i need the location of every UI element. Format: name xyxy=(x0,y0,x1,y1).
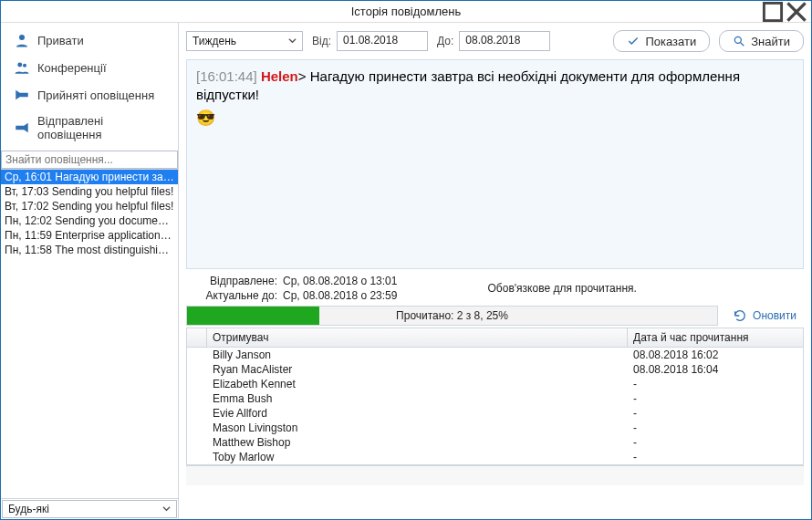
svg-point-1 xyxy=(19,35,25,40)
search-input[interactable] xyxy=(2,151,177,168)
sidebar-cat-label: Привати xyxy=(37,34,165,47)
to-label: До: xyxy=(437,35,453,47)
svg-point-3 xyxy=(23,64,26,68)
td-recipient: Ryan MacAlister xyxy=(207,362,628,377)
refresh-button[interactable]: Оновити xyxy=(725,307,804,325)
td-status xyxy=(187,421,207,435)
chevron-down-icon xyxy=(288,35,297,47)
td-read-time: - xyxy=(628,450,803,464)
valid-until-label: Актуальне до: xyxy=(190,289,277,302)
maximize-icon xyxy=(762,1,784,23)
user-icon xyxy=(14,32,30,48)
td-status xyxy=(187,377,207,391)
sidebar-cat-received-announcements[interactable]: Прийняті оповіщення xyxy=(1,81,178,109)
svg-point-2 xyxy=(17,63,22,68)
sidebar-cat-label: Прийняті оповіщення xyxy=(37,88,165,102)
td-read-time: - xyxy=(628,435,803,450)
td-read-time: 08.08.2018 16:04 xyxy=(628,362,803,377)
sent-at-label: Відправлене: xyxy=(190,275,277,287)
cool-emoji-icon: 😎 xyxy=(196,109,794,130)
th-status[interactable] xyxy=(187,328,207,347)
table-row[interactable]: Emma Bush- xyxy=(187,391,803,406)
svg-point-4 xyxy=(735,36,742,43)
message-timestamp: [16:01:44] xyxy=(196,68,257,84)
table-row[interactable]: Evie Allford- xyxy=(187,406,803,421)
sidebar-filter-select-row: Будь-які xyxy=(1,498,178,519)
find-button[interactable]: Знайти xyxy=(719,30,804,52)
show-button[interactable]: Показати xyxy=(613,30,710,52)
group-icon xyxy=(14,59,30,76)
button-label: Знайти xyxy=(751,35,790,48)
td-read-time: - xyxy=(628,406,803,421)
table-header: Отримувач Дата й час прочитання xyxy=(187,328,803,348)
list-item[interactable]: Ср, 16:01 Нагадую принести завтра... xyxy=(1,170,178,184)
date-from-input[interactable]: 01.08.2018 xyxy=(337,31,428,51)
td-recipient: Toby Marlow xyxy=(207,450,628,464)
list-item[interactable]: Пн, 12:02 Sending you documents th... xyxy=(1,213,178,228)
sidebar-categories: Привати Конференції Прийняті оповіщення … xyxy=(1,23,178,151)
progress-label: Прочитано: 2 з 8, 25% xyxy=(187,307,717,325)
search-icon xyxy=(733,35,745,47)
sidebar-cat-sent-announcements[interactable]: Відправлені оповіщення xyxy=(1,109,178,147)
button-label: Показати xyxy=(645,35,696,48)
list-item[interactable]: Вт, 17:03 Sending you helpful files! xyxy=(1,184,178,199)
announce-out-icon xyxy=(14,120,30,136)
maximize-button[interactable] xyxy=(762,4,784,20)
td-recipient: Billy Janson xyxy=(207,348,628,362)
mandatory-read-text: Обов'язкове для прочитання. xyxy=(397,282,727,295)
period-select[interactable]: Тиждень xyxy=(186,31,303,51)
window-title: Історія повідомлень xyxy=(351,5,462,18)
table-row[interactable]: Ryan MacAlister08.08.2018 16:04 xyxy=(187,362,803,377)
sidebar-cat-privates[interactable]: Привати xyxy=(1,26,178,54)
read-progress-bar: Прочитано: 2 з 8, 25% xyxy=(186,306,718,326)
table-row[interactable]: Billy Janson08.08.2018 16:02 xyxy=(187,348,803,362)
sidebar: Привати Конференції Прийняті оповіщення … xyxy=(1,23,179,519)
sidebar-cat-label: Відправлені оповіщення xyxy=(37,114,165,141)
announce-in-icon xyxy=(14,87,30,103)
close-icon xyxy=(786,1,807,23)
table-row[interactable]: Mason Livingston- xyxy=(187,421,803,435)
th-read-time[interactable]: Дата й час прочитання xyxy=(628,328,803,347)
list-item[interactable]: Вт, 17:02 Sending you helpful files! xyxy=(1,199,178,213)
select-value: Будь-які xyxy=(8,503,49,515)
message-sender: Helen xyxy=(261,68,298,84)
td-recipient: Mason Livingston xyxy=(207,421,628,435)
chevron-down-icon xyxy=(162,503,171,515)
message-arrow: > xyxy=(298,68,307,84)
message-view: [16:01:44] Helen> Нагадую принести завтр… xyxy=(186,59,804,269)
message-meta: Відправлене: Ср, 08.08.2018 о 13:01 Акту… xyxy=(186,269,804,306)
th-recipient[interactable]: Отримувач xyxy=(207,328,628,347)
table-row[interactable]: Toby Marlow- xyxy=(187,450,803,464)
td-status xyxy=(187,450,207,464)
announcements-list[interactable]: Ср, 16:01 Нагадую принести завтра... Вт,… xyxy=(1,169,178,498)
td-read-time: - xyxy=(628,377,803,391)
sidebar-filter-select[interactable]: Будь-які xyxy=(2,500,177,518)
td-recipient: Emma Bush xyxy=(207,391,628,406)
table-row[interactable]: Elizabeth Kennet- xyxy=(187,377,803,391)
td-recipient: Matthew Bishop xyxy=(207,435,628,450)
date-to-input[interactable]: 08.08.2018 xyxy=(459,31,550,51)
list-item[interactable]: Пн, 11:59 Enterprise applications are ..… xyxy=(1,228,178,243)
app-window: Історія повідомлень Привати Конференції xyxy=(0,0,812,520)
sent-at-value: Ср, 08.08.2018 о 13:01 xyxy=(283,275,397,287)
titlebar: Історія повідомлень xyxy=(1,1,811,23)
table-body: Billy Janson08.08.2018 16:02Ryan MacAlis… xyxy=(187,348,803,464)
button-label: Оновити xyxy=(753,309,796,322)
close-button[interactable] xyxy=(786,4,807,20)
from-label: Від: xyxy=(312,35,331,47)
sidebar-cat-label: Конференції xyxy=(37,61,165,75)
td-status xyxy=(187,362,207,377)
valid-until-value: Ср, 08.08.2018 о 23:59 xyxy=(283,289,397,302)
filter-bar: Тиждень Від: 01.08.2018 До: 08.08.2018 П… xyxy=(186,28,804,59)
list-item[interactable]: Пн, 11:58 The most distinguishing and... xyxy=(1,243,178,257)
td-read-time: - xyxy=(628,391,803,406)
td-read-time: - xyxy=(628,421,803,435)
select-value: Тиждень xyxy=(193,35,236,47)
refresh-icon xyxy=(733,308,747,323)
table-row[interactable]: Matthew Bishop- xyxy=(187,435,803,450)
td-status xyxy=(187,435,207,450)
check-icon xyxy=(627,35,640,47)
svg-rect-0 xyxy=(764,3,781,20)
sidebar-cat-conferences[interactable]: Конференції xyxy=(1,54,178,81)
td-read-time: 08.08.2018 16:02 xyxy=(628,348,803,362)
